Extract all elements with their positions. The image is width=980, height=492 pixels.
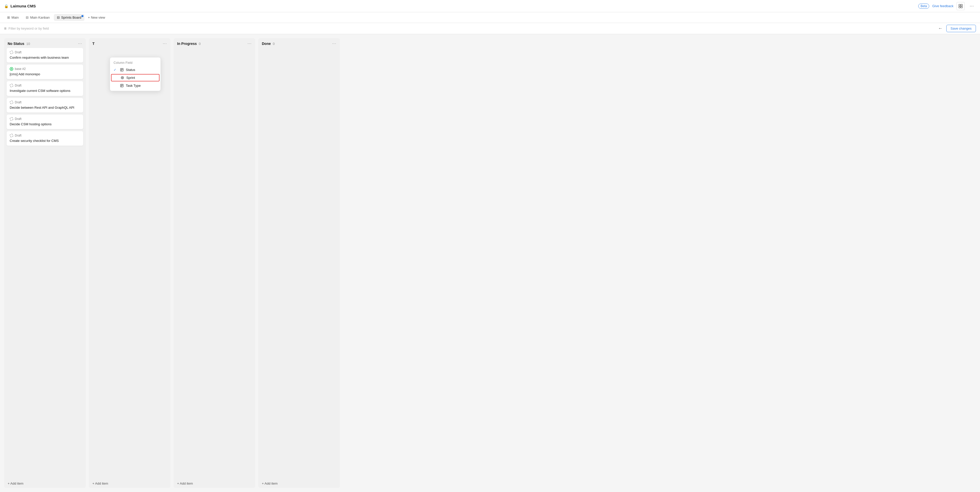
table-row[interactable]: Draft Create security checklist for CMS: [6, 131, 83, 146]
tab-main-kanban[interactable]: ⊟ Main Kanban: [23, 14, 53, 21]
column-no-status-menu[interactable]: ···: [78, 41, 82, 46]
svg-point-8: [121, 76, 124, 79]
card-status-label: Draft: [15, 84, 21, 87]
board-container: No Status 10 ··· Draft Confirm requirmen…: [0, 34, 980, 492]
top-bar-right: Beta Give feedback ···: [918, 2, 976, 10]
new-view-label: New view: [91, 16, 105, 19]
layout-icon-btn[interactable]: [956, 2, 965, 10]
column-done-body: [258, 48, 340, 479]
column-done-menu[interactable]: ···: [332, 41, 336, 46]
card-title: [cms] Add monorepo: [10, 72, 80, 76]
column-todo: T ··· + Add item: [89, 38, 170, 488]
column-todo-header: T ···: [89, 38, 170, 48]
svg-rect-2: [959, 6, 960, 8]
add-item-label: + Add item: [8, 482, 24, 486]
dropdown-item-sprint[interactable]: ✓ Sprint: [111, 74, 159, 81]
table-row[interactable]: Draft Confirm requirments with business …: [6, 48, 83, 62]
sprint-field-icon: [120, 76, 124, 80]
back-btn[interactable]: ←: [937, 25, 944, 32]
column-no-status-title-group: No Status 10: [8, 41, 30, 46]
column-field-dropdown: Column Field ✓ Status ✓: [110, 57, 161, 91]
tab-main-kanban-label: Main Kanban: [30, 16, 50, 19]
status-field-icon: [120, 68, 124, 72]
table-row[interactable]: Draft Decide CSM hosting options: [6, 115, 83, 129]
card-status-label: base #2: [15, 67, 26, 71]
lock-icon: 🔒: [4, 4, 8, 8]
tab-main-label: Main: [11, 16, 19, 19]
filter-placeholder: Filter by keyword or by field: [8, 27, 49, 30]
tab-main[interactable]: ⊞ Main: [4, 14, 22, 21]
tab-sprints-icon: ⊟: [57, 16, 60, 19]
card-title: Create security checklist for CMS: [10, 139, 80, 143]
column-no-status-count: 10: [26, 42, 30, 46]
column-no-status-add-item[interactable]: + Add item: [4, 479, 86, 488]
filter-right: ← Save changes: [937, 25, 976, 32]
column-no-status-title: No Status: [8, 41, 24, 46]
draft-status-icon: [10, 134, 13, 137]
card-status: base #2: [10, 67, 80, 71]
column-in-progress-menu[interactable]: ···: [248, 41, 251, 46]
dropdown-item-task-type[interactable]: ✓ Task Type: [110, 82, 161, 89]
filter-icon: ≡: [4, 26, 6, 31]
top-bar: 🔒 Laimuna CMS Beta Give feedback ···: [0, 0, 980, 12]
app-branding: 🔒 Laimuna CMS: [4, 4, 36, 8]
dropdown-item-status[interactable]: ✓ Status: [110, 66, 161, 73]
filter-bar: ≡ Filter by keyword or by field ← Save c…: [0, 23, 980, 34]
column-done-header: Done 0 ···: [258, 38, 340, 48]
column-todo-add-item[interactable]: + Add item: [89, 479, 170, 488]
add-item-label: + Add item: [92, 482, 108, 486]
card-title: Confirm requirments with business team: [10, 56, 80, 60]
svg-rect-0: [959, 4, 960, 6]
column-in-progress-count: 0: [199, 42, 200, 46]
column-done-count: 0: [273, 42, 275, 46]
column-done-add-item[interactable]: + Add item: [258, 479, 340, 488]
column-todo-title-group: T: [92, 41, 95, 46]
column-in-progress-body: [173, 48, 255, 479]
new-view-btn[interactable]: + New view: [86, 14, 108, 21]
dropdown-item-sprint-label: Sprint: [126, 76, 135, 80]
card-title: Investigate current CSM software options: [10, 89, 80, 93]
more-options-btn[interactable]: ···: [968, 2, 976, 10]
table-row[interactable]: Draft Decide between Rest API and GraphQ…: [6, 98, 83, 113]
column-in-progress: In Progress 0 ··· + Add item: [173, 38, 255, 488]
tab-active-dot: [81, 15, 83, 17]
tab-bar: ⊞ Main ⊟ Main Kanban ⊟ Sprints Board + N…: [0, 12, 980, 23]
column-in-progress-add-item[interactable]: + Add item: [173, 479, 255, 488]
svg-rect-3: [961, 6, 963, 8]
card-title: Decide between Rest API and GraphQL API: [10, 105, 80, 110]
column-in-progress-header: In Progress 0 ···: [173, 38, 255, 48]
give-feedback-link[interactable]: Give feedback: [932, 4, 953, 8]
column-in-progress-title-group: In Progress 0: [177, 41, 200, 46]
dropdown-item-status-label: Status: [126, 68, 135, 72]
column-in-progress-title: In Progress: [177, 41, 197, 46]
app-title: Laimuna CMS: [11, 4, 36, 8]
draft-status-icon: [10, 51, 13, 54]
table-row[interactable]: base #2 [cms] Add monorepo: [6, 65, 83, 79]
tab-sprints-board-label: Sprints Board: [61, 16, 81, 19]
add-item-label: + Add item: [177, 482, 193, 486]
card-title: Decide CSM hosting options: [10, 122, 80, 127]
dropdown-item-task-type-label: Task Type: [126, 84, 141, 88]
add-item-label: + Add item: [262, 482, 278, 486]
save-changes-button[interactable]: Save changes: [946, 25, 976, 32]
task-type-field-icon: [120, 84, 124, 87]
base-status-icon: [10, 67, 13, 71]
draft-status-icon: [10, 84, 13, 87]
tab-sprints-board[interactable]: ⊟ Sprints Board: [54, 14, 84, 21]
filter-left: ≡ Filter by keyword or by field: [4, 26, 49, 31]
column-todo-menu[interactable]: ···: [163, 41, 167, 46]
column-todo-title: T: [92, 41, 95, 46]
card-status: Draft: [10, 84, 80, 87]
new-view-plus-icon: +: [88, 16, 90, 19]
card-status: Draft: [10, 51, 80, 54]
beta-badge: Beta: [918, 3, 929, 9]
card-status-label: Draft: [15, 100, 21, 104]
svg-rect-1: [961, 4, 963, 6]
column-done: Done 0 ··· + Add item: [258, 38, 340, 488]
card-status-label: Draft: [15, 134, 21, 137]
table-row[interactable]: Draft Investigate current CSM software o…: [6, 81, 83, 96]
card-status: Draft: [10, 100, 80, 104]
card-status: Draft: [10, 117, 80, 121]
svg-point-9: [122, 77, 123, 78]
column-done-title-group: Done 0: [262, 41, 275, 46]
